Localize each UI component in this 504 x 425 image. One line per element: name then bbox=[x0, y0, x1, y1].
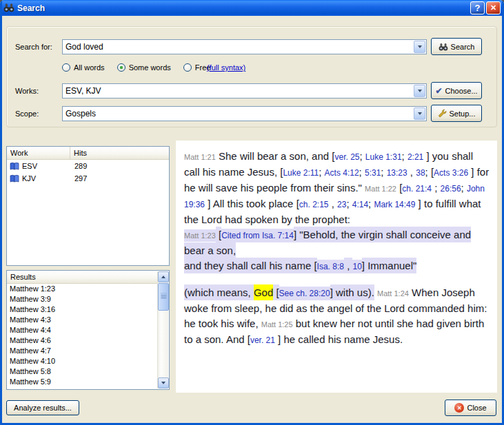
result-item[interactable]: Matthew 4:3 bbox=[7, 315, 157, 325]
search-mode-options: All wordsSome wordsFree bbox=[62, 62, 210, 72]
scope-value[interactable]: Gospels bbox=[63, 107, 413, 121]
cross-ref[interactable]: Luke 2:11 bbox=[283, 168, 319, 178]
chevron-down-icon bbox=[418, 45, 422, 48]
arrow-up-icon bbox=[161, 276, 165, 278]
verse-ref: Matt 1:23 bbox=[184, 229, 216, 242]
close-button[interactable]: ✕ Close bbox=[445, 400, 496, 416]
cross-ref[interactable]: 23 bbox=[337, 200, 346, 209]
result-item[interactable]: Matthew 3:16 bbox=[7, 304, 157, 315]
result-item[interactable]: Matthew 3:9 bbox=[7, 294, 157, 304]
result-item[interactable]: Matthew 4:6 bbox=[7, 335, 157, 346]
hits-table-header: Work Hits bbox=[7, 147, 169, 160]
search-input[interactable]: God loved bbox=[62, 39, 427, 54]
cross-ref[interactable]: 26:56 bbox=[441, 184, 461, 194]
works-value[interactable]: ESV, KJV bbox=[63, 84, 413, 98]
cross-ref[interactable]: Acts 3:26 bbox=[434, 168, 468, 178]
analyze-results-button[interactable]: Analyze results... bbox=[6, 400, 79, 415]
result-item[interactable]: Matthew 4:4 bbox=[7, 325, 157, 335]
hits-table: Work Hits ESV289KJV297 bbox=[6, 146, 170, 266]
chevron-down-icon bbox=[418, 90, 422, 92]
choose-button-label: Choose... bbox=[445, 87, 477, 95]
work-column-header[interactable]: Work bbox=[7, 147, 70, 159]
full-syntax-link[interactable]: (full syntax) bbox=[207, 63, 245, 72]
verse-text: [ bbox=[273, 284, 279, 300]
work-name: ESV bbox=[22, 162, 37, 170]
search-button[interactable]: Search bbox=[431, 38, 482, 55]
cross-ref[interactable]: 10 bbox=[352, 260, 361, 273]
verse-ref: Matt 1:25 bbox=[261, 320, 293, 329]
scroll-up-button[interactable] bbox=[158, 271, 169, 282]
hits-rows: ESV289KJV297 bbox=[7, 160, 169, 185]
verse-text: and they shall call his name bbox=[184, 258, 314, 273]
results-list: Matthew 1:23Matthew 3:9Matthew 3:16Matth… bbox=[7, 284, 157, 389]
preview-pane[interactable]: Matt 1:21 She will bear a son, and [ver.… bbox=[176, 141, 497, 393]
radio-button-icon[interactable] bbox=[117, 63, 125, 72]
cross-ref[interactable]: 38 bbox=[416, 168, 425, 178]
verse-text: , bbox=[407, 166, 416, 178]
result-item[interactable]: Matthew 4:7 bbox=[7, 346, 157, 356]
verse-text: All this took place bbox=[213, 198, 296, 209]
preview-paragraph: Matt 1:21 She will bear a son, and [ver.… bbox=[184, 149, 490, 227]
verse-text: [ bbox=[314, 258, 316, 273]
radio-all-words[interactable]: All words bbox=[62, 63, 105, 72]
radio-button-icon[interactable] bbox=[183, 63, 192, 72]
verse-text: ; bbox=[461, 182, 467, 194]
radio-label: Some words bbox=[129, 63, 171, 72]
scope-dropdown-button[interactable] bbox=[414, 107, 425, 120]
cross-ref[interactable]: 4:14 bbox=[352, 200, 368, 209]
hits-column-header[interactable]: Hits bbox=[70, 147, 169, 159]
scrollbar-thumb[interactable] bbox=[158, 283, 169, 311]
works-combobox[interactable]: ESV, KJV bbox=[62, 83, 427, 99]
setup-button[interactable]: Setup... bbox=[431, 105, 482, 122]
result-item[interactable]: Matthew 5:8 bbox=[7, 366, 157, 377]
hit-count: 289 bbox=[70, 162, 169, 170]
window-close-button[interactable]: ✕ bbox=[486, 1, 501, 14]
verse-text: ] bbox=[275, 333, 284, 345]
cross-ref[interactable]: 5:31 bbox=[365, 168, 381, 178]
result-item[interactable]: Matthew 5:9 bbox=[7, 377, 157, 387]
cross-ref[interactable]: ver. 21 bbox=[250, 335, 275, 345]
hits-row[interactable]: ESV289 bbox=[7, 160, 169, 172]
result-item[interactable]: Matthew 5:34 bbox=[7, 387, 157, 389]
verse-ref: Matt 1:21 bbox=[184, 153, 216, 161]
cross-ref[interactable]: Isa. 8:8 bbox=[317, 260, 344, 273]
scope-label: Scope: bbox=[15, 110, 39, 118]
cross-ref[interactable]: ver. 25 bbox=[334, 152, 359, 162]
cross-ref[interactable]: ch. 2:15 bbox=[299, 200, 329, 209]
radio-some-words[interactable]: Some words bbox=[117, 63, 171, 72]
verse-text: ; bbox=[425, 166, 431, 178]
work-name: KJV bbox=[22, 174, 36, 183]
close-button-label: Close bbox=[467, 404, 486, 412]
preview-paragraph: (which means, God [See ch. 28:20] with u… bbox=[184, 285, 490, 348]
book-icon bbox=[10, 174, 19, 183]
cross-ref[interactable]: Mark 14:49 bbox=[374, 200, 415, 209]
cross-ref[interactable]: 2:21 bbox=[407, 152, 423, 162]
scope-combobox[interactable]: Gospels bbox=[62, 106, 427, 121]
works-dropdown-button[interactable] bbox=[414, 85, 425, 97]
choose-button[interactable]: ✔ Choose... bbox=[431, 82, 482, 99]
verse-text: She will bear a son, and bbox=[216, 150, 332, 162]
radio-label: All words bbox=[74, 63, 105, 72]
cross-ref[interactable]: See ch. 28:20 bbox=[279, 287, 330, 300]
check-icon: ✔ bbox=[435, 87, 442, 95]
verse-text: ; bbox=[346, 198, 352, 209]
setup-button-label: Setup... bbox=[450, 110, 476, 118]
search-input-value[interactable]: God loved bbox=[63, 40, 413, 54]
radio-button-icon[interactable] bbox=[62, 63, 70, 72]
title-bar[interactable]: Search ? ✕ bbox=[0, 0, 504, 16]
help-button[interactable]: ? bbox=[470, 1, 485, 14]
result-item[interactable]: Matthew 1:23 bbox=[7, 284, 157, 294]
cross-ref[interactable]: 13:23 bbox=[387, 168, 407, 178]
hits-row[interactable]: KJV297 bbox=[7, 172, 169, 185]
result-item[interactable]: Matthew 4:10 bbox=[7, 356, 157, 366]
results-scrollbar[interactable] bbox=[157, 271, 168, 388]
verse-text: ; bbox=[432, 182, 441, 194]
cross-ref[interactable]: Acts 4:12 bbox=[325, 168, 359, 178]
scroll-down-button[interactable] bbox=[158, 377, 169, 388]
cross-ref[interactable]: ch. 21:4 bbox=[402, 184, 432, 194]
cross-ref[interactable]: Cited from Isa. 7:14 bbox=[221, 229, 294, 242]
search-dropdown-button[interactable] bbox=[414, 41, 425, 53]
verse-text: ] bbox=[362, 258, 367, 273]
verse-ref: Matt 1:24 bbox=[377, 289, 409, 298]
cross-ref[interactable]: Luke 1:31 bbox=[365, 152, 402, 162]
